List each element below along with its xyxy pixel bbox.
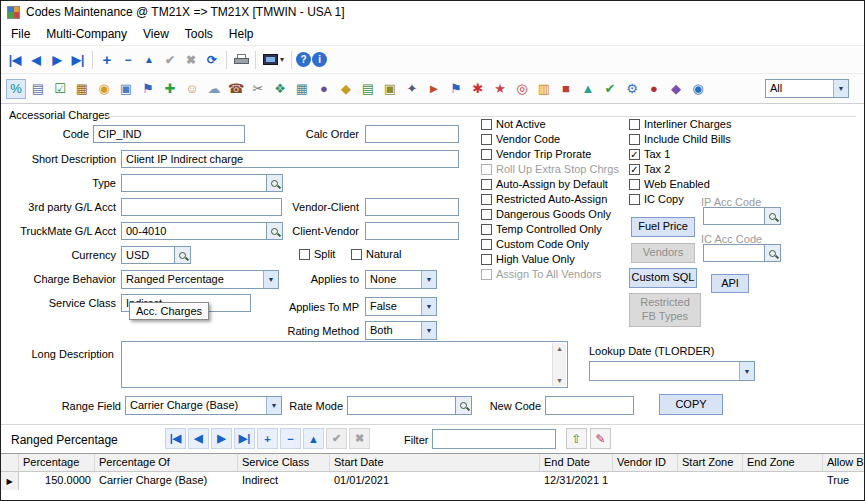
type-lookup-button[interactable] (267, 174, 283, 192)
module-ledger-icon[interactable]: ▤ (358, 79, 378, 99)
ip-acc-code-field[interactable] (703, 207, 765, 225)
scope-select[interactable]: All ▼ (765, 79, 849, 98)
cancel-edit-button[interactable]: ✖ (181, 49, 201, 71)
natural-checkbox[interactable]: Natural (351, 248, 401, 260)
ic-copy-checkbox[interactable]: IC Copy (629, 193, 684, 205)
vendor-trip-prorate-checkbox[interactable]: Vendor Trip Prorate (481, 148, 591, 160)
interliner-charges-checkbox[interactable]: Interliner Charges (629, 118, 731, 130)
menu-file[interactable]: File (3, 24, 38, 44)
calc-order-field[interactable] (365, 125, 459, 143)
module-tools-icon[interactable]: ✦ (402, 79, 422, 99)
module-badge-icon[interactable]: ◉ (94, 79, 114, 99)
module-tasks-icon[interactable]: ☑ (50, 79, 70, 99)
menu-view[interactable]: View (135, 24, 177, 44)
edit-filter-icon[interactable]: ✎ (590, 428, 611, 449)
type-field[interactable] (121, 174, 267, 192)
currency-field[interactable]: USD (121, 246, 175, 264)
first-record-button[interactable]: |◀ (5, 49, 25, 71)
module-document-icon[interactable]: ▤ (28, 79, 48, 99)
prev-record-button[interactable]: ◀ (26, 49, 46, 71)
tax1-checkbox[interactable]: ✓Tax 1 (629, 148, 670, 160)
module-cut-icon[interactable]: ✂ (248, 79, 268, 99)
currency-lookup-button[interactable] (175, 246, 191, 264)
long-description-textarea[interactable]: ▲▼ (121, 341, 568, 388)
grid-header-allow-between[interactable]: Allow Be (823, 454, 864, 471)
detail-last-button[interactable]: ▶| (234, 428, 255, 449)
screen-select-button[interactable]: ▾ (260, 49, 287, 71)
web-enabled-checkbox[interactable]: Web Enabled (629, 178, 710, 190)
custom-sql-button[interactable]: Custom SQL (629, 268, 697, 288)
help-button[interactable]: ? (296, 52, 311, 67)
include-child-bills-checkbox[interactable]: Include Child Bills (629, 133, 731, 145)
module-pin-icon[interactable]: ★ (490, 79, 510, 99)
grid-header-vendor-id[interactable]: Vendor ID (613, 454, 678, 471)
module-upload-icon[interactable]: ▲ (578, 79, 598, 99)
post-edit-button[interactable]: ✔ (160, 49, 180, 71)
grid-header-percentage[interactable]: Percentage (19, 454, 95, 471)
detail-delete-button[interactable]: − (280, 428, 301, 449)
module-flag2-icon[interactable]: ⚑ (446, 79, 466, 99)
short-description-field[interactable]: Client IP Indirect charge (121, 150, 459, 168)
grid-header-start-date[interactable]: Start Date (330, 454, 540, 471)
ic-acc-lookup-button[interactable] (765, 244, 781, 262)
module-copy-icon[interactable]: ▣ (116, 79, 136, 99)
detail-edit-button[interactable]: ▲ (303, 428, 324, 449)
vendor-client-field[interactable] (365, 198, 459, 216)
apply-filter-icon[interactable]: ⇧ (566, 428, 587, 449)
detail-post-button[interactable]: ✔ (326, 428, 347, 449)
module-flag-icon[interactable]: ⚑ (138, 79, 158, 99)
grid-header-service-class[interactable]: Service Class (238, 454, 330, 471)
custom-code-only-checkbox[interactable]: Custom Code Only (481, 238, 589, 250)
applies-to-select[interactable]: None ▼ (365, 270, 437, 289)
module-phone-icon[interactable]: ☎ (226, 79, 246, 99)
grid-header-start-zone[interactable]: Start Zone (678, 454, 743, 471)
edit-record-button[interactable]: ▲ (139, 49, 159, 71)
tax2-checkbox[interactable]: ✓Tax 2 (629, 163, 670, 175)
menu-help[interactable]: Help (221, 24, 262, 44)
detail-prev-button[interactable]: ◀ (188, 428, 209, 449)
temp-controlled-checkbox[interactable]: Temp Controlled Only (481, 223, 602, 235)
module-vehicle-icon[interactable]: ● (644, 79, 664, 99)
detail-next-button[interactable]: ▶ (211, 428, 232, 449)
api-button[interactable]: API (711, 274, 749, 293)
client-vendor-field[interactable] (365, 222, 459, 240)
last-record-button[interactable]: ▶| (68, 49, 88, 71)
grid-header-percentage-of[interactable]: Percentage Of (95, 454, 238, 471)
module-cube-icon[interactable]: ■ (556, 79, 576, 99)
module-add-box-icon[interactable]: ✚ (160, 79, 180, 99)
refresh-button[interactable]: ⟳ (202, 49, 222, 71)
grid-row[interactable]: ▶ 150.0000 Carrier Charge (Base) Indirec… (1, 472, 864, 490)
detail-insert-button[interactable]: + (257, 428, 278, 449)
not-active-checkbox[interactable]: Not Active (481, 118, 546, 130)
copy-button[interactable]: COPY (659, 394, 723, 415)
applies-to-mp-select[interactable]: False ▼ (365, 297, 437, 316)
module-puzzle-icon[interactable]: ◆ (666, 79, 686, 99)
vendor-code-checkbox[interactable]: Vendor Code (481, 133, 560, 145)
module-settings-icon[interactable]: ⚙ (622, 79, 642, 99)
module-burst-icon[interactable]: ✱ (468, 79, 488, 99)
scroll-down-icon[interactable]: ▼ (556, 377, 563, 384)
scroll-up-icon[interactable]: ▲ (556, 345, 563, 352)
grid-header-end-date[interactable]: End Date (540, 454, 613, 471)
module-cloud-icon[interactable]: ☁ (204, 79, 224, 99)
menu-multi-company[interactable]: Multi-Company (38, 24, 135, 44)
module-globe-icon[interactable]: ◉ (688, 79, 708, 99)
fuel-price-button[interactable]: Fuel Price (631, 217, 695, 237)
rating-method-select[interactable]: Both ▼ (365, 321, 437, 340)
split-checkbox[interactable]: Split (299, 248, 335, 260)
detail-cancel-button[interactable]: ✖ (349, 428, 370, 449)
high-value-only-checkbox[interactable]: High Value Only (481, 253, 575, 265)
lookup-date-select[interactable]: ▼ (589, 361, 755, 381)
ip-acc-lookup-button[interactable] (765, 207, 781, 225)
delete-record-button[interactable]: − (118, 49, 138, 71)
new-code-field[interactable] (545, 396, 634, 415)
module-camera-icon[interactable]: ● (314, 79, 334, 99)
dangerous-goods-checkbox[interactable]: Dangerous Goods Only (481, 208, 611, 220)
module-schedule-icon[interactable]: ▦ (72, 79, 92, 99)
module-calendar-icon[interactable]: ▦ (292, 79, 312, 99)
module-package-icon[interactable]: ▣ (380, 79, 400, 99)
module-money-icon[interactable]: ◆ (336, 79, 356, 99)
module-catalog-icon[interactable]: ▥ (534, 79, 554, 99)
insert-record-button[interactable]: + (97, 49, 117, 71)
module-target-icon[interactable]: ◎ (512, 79, 532, 99)
